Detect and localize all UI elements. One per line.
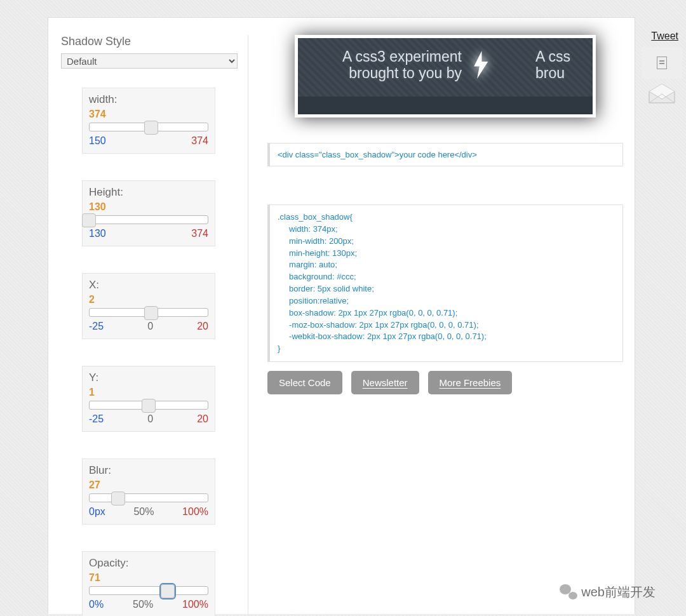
- ad-text-right: A cssbrou: [535, 48, 596, 82]
- more-freebies-button[interactable]: More Freebies: [428, 371, 513, 394]
- slider-mid: 50%: [133, 506, 154, 518]
- save-share-box[interactable]: [642, 47, 682, 79]
- slider-max: 100%: [182, 599, 208, 610]
- slider-value: 130: [89, 201, 208, 213]
- slider-max: 100%: [182, 506, 208, 518]
- sliders-container: width:374150374Height:130130374X:2-25020…: [82, 88, 215, 616]
- tweet-link[interactable]: Tweet: [651, 30, 678, 42]
- slider-track[interactable]: [89, 493, 208, 502]
- slider-x: X:2-25020: [82, 273, 215, 339]
- slider-mid: 50%: [133, 599, 153, 610]
- mail-icon[interactable]: [648, 84, 676, 104]
- slider-label: X:: [89, 279, 208, 291]
- ad-banner: A css3 experimentbrought to you by A css…: [298, 38, 593, 114]
- slider-track[interactable]: [89, 215, 208, 224]
- slider-min: 0px: [89, 506, 105, 518]
- slider-label: Y:: [89, 372, 208, 384]
- left-column: Shadow Style Default width:374150374Heig…: [61, 35, 248, 616]
- slider-min: 130: [89, 228, 106, 239]
- slider-range-labels: -25020: [89, 321, 208, 332]
- css-code-box[interactable]: .class_box_shadow{ width: 374px; min-wid…: [267, 204, 623, 362]
- button-row: Select Code Newsletter More Freebies: [267, 371, 623, 394]
- app-panel: Shadow Style Default width:374150374Heig…: [48, 17, 635, 614]
- preview-wrapper: A css3 experimentbrought to you by A css…: [295, 35, 596, 117]
- right-column: A css3 experimentbrought to you by A css…: [267, 35, 623, 394]
- slider-value: 71: [89, 572, 208, 584]
- slider-min: -25: [89, 413, 104, 425]
- section-title: Shadow Style: [61, 35, 241, 48]
- select-code-button[interactable]: Select Code: [267, 371, 342, 394]
- newsletter-button[interactable]: Newsletter: [351, 371, 419, 394]
- slider-thumb[interactable]: [161, 584, 175, 598]
- slider-thumb[interactable]: [82, 213, 96, 227]
- slider-mid: 0: [147, 413, 153, 425]
- slider-opacity: Opacity:710%50%100%: [82, 551, 215, 616]
- slider-value: 1: [89, 387, 208, 398]
- slider-height: Height:130130374: [82, 180, 215, 246]
- slider-y: Y:1-25020: [82, 366, 215, 432]
- slider-blur: Blur:270px50%100%: [82, 459, 215, 525]
- html-code-box[interactable]: <div class="class_box_shadow">your code …: [267, 143, 623, 166]
- slider-label: width:: [89, 93, 208, 106]
- slider-label: Blur:: [89, 464, 208, 477]
- slider-thumb[interactable]: [142, 399, 156, 413]
- slider-track[interactable]: [89, 586, 208, 595]
- slider-min: 150: [89, 135, 106, 147]
- slider-thumb[interactable]: [144, 306, 158, 320]
- slider-max: 374: [191, 135, 208, 147]
- svg-marker-0: [474, 51, 488, 79]
- slider-max: 374: [191, 228, 208, 239]
- slider-thumb[interactable]: [111, 492, 125, 506]
- slider-track[interactable]: [89, 401, 208, 410]
- slider-range-labels: -25020: [89, 413, 208, 425]
- slider-mid: 0: [147, 321, 153, 332]
- lightning-bolt-icon: [471, 51, 490, 79]
- shadow-style-select[interactable]: Default: [61, 53, 238, 69]
- slider-max: 20: [197, 413, 208, 425]
- slider-min: -25: [89, 321, 104, 332]
- slider-width: width:374150374: [82, 88, 215, 154]
- slider-range-labels: 150374: [89, 135, 208, 147]
- slider-range-labels: 130374: [89, 228, 208, 239]
- ad-bottom-band: [298, 97, 593, 114]
- slider-range-labels: 0px50%100%: [89, 506, 208, 518]
- ad-text-left: A css3 experimentbrought to you by: [322, 48, 462, 82]
- slider-label: Height:: [89, 186, 208, 199]
- slider-value: 2: [89, 294, 208, 305]
- slider-thumb[interactable]: [144, 121, 158, 135]
- slider-max: 20: [197, 321, 208, 332]
- slider-track[interactable]: [89, 308, 208, 317]
- slider-label: Opacity:: [89, 557, 208, 570]
- slider-track[interactable]: [89, 123, 208, 131]
- slider-min: 0%: [89, 599, 104, 610]
- slider-value: 27: [89, 479, 208, 491]
- slider-value: 374: [89, 109, 208, 120]
- document-icon: [657, 57, 667, 69]
- slider-range-labels: 0%50%100%: [89, 599, 208, 610]
- shadow-preview-box: A css3 experimentbrought to you by A css…: [295, 35, 596, 117]
